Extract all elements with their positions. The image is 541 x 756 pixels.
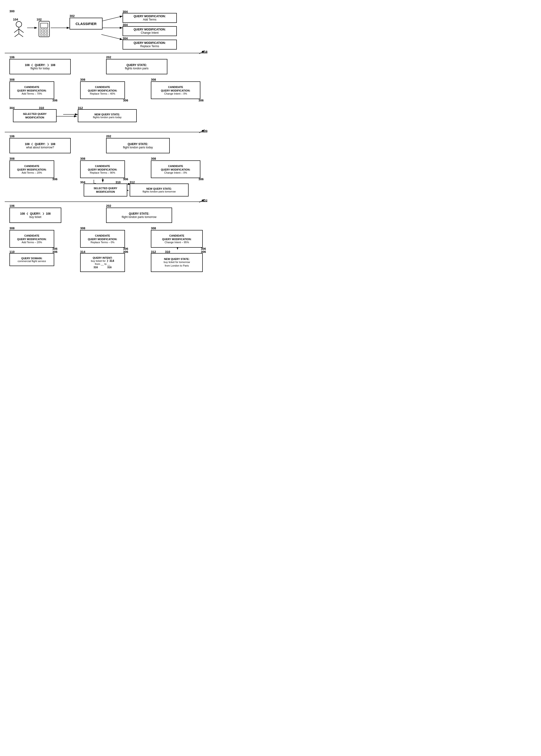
- query-state-box-s318: QUERY STATE: flights london paris: [106, 59, 167, 74]
- label-308-c3-s318: 308: [151, 78, 156, 81]
- selected-qm-box-s320: SELECTED QUERYMODIFICATION: [84, 184, 127, 196]
- new-title-s322: NEW QUERY STATE:: [164, 258, 190, 260]
- svg-line-25: [19, 34, 23, 37]
- cand2-box-s318: CANDIDATEQUERY MODIFICATION: Replace Ter…: [80, 81, 125, 99]
- bracket-left-icon: [31, 64, 33, 67]
- cand2-value-s322: Replace Terms – 0%: [91, 241, 114, 244]
- query-box-s318: 108 QUERY: 108 flights for today: [9, 59, 71, 74]
- dom-title-s322: QUERY DOMAIN:: [21, 257, 42, 260]
- state-title-s318: QUERY STATE:: [127, 63, 147, 67]
- label-306-c1-s320: 306: [52, 177, 58, 181]
- cand1-title-s318: CANDIDATEQUERY MODIFICATION:: [17, 85, 46, 92]
- cand3-title-s318: CANDIDATEQUERY MODIFICATION:: [161, 85, 190, 92]
- label-106-s320: 106: [9, 134, 15, 138]
- label-306-c3-s320: 306: [199, 177, 204, 181]
- cand1-title-s320: CANDIDATEQUERY MODIFICATION:: [17, 164, 46, 171]
- query-value-s318: flights for today: [30, 67, 50, 70]
- state-value-s320: flight london paris today: [123, 146, 153, 149]
- bracket-intent-right-icon: [106, 259, 109, 262]
- bracket-right-icon-s320: [47, 143, 50, 146]
- query-state-box-s320: QUERY STATE: flight london paris today: [106, 138, 170, 153]
- cand2-value-s320: Replace Terms – 90%: [90, 171, 115, 174]
- cand2-box-s320: CANDIDATEQUERY MODIFICATION: Replace Ter…: [80, 160, 125, 178]
- state-value-s318: flights london paris: [125, 67, 149, 70]
- label-322: 322: [202, 199, 208, 202]
- cand2-title-s318: CANDIDATEQUERY MODIFICATION:: [88, 85, 117, 92]
- query-title-s320: QUERY:: [35, 142, 45, 146]
- cand3-box-s322: CANDIDATEQUERY MODIFICATION: Change Inte…: [151, 230, 203, 248]
- cand2-title-s320: CANDIDATEQUERY MODIFICATION:: [88, 164, 117, 171]
- label-308-c1-s322: 308: [9, 226, 15, 230]
- qm3-title: QUERY MODIFICATION:: [134, 41, 166, 45]
- sel-title-s318: SELECTED QUERYMODIFICATION: [23, 112, 46, 119]
- query-label-108b-s322: 108: [46, 212, 51, 215]
- label-318: 318: [202, 50, 208, 54]
- arrow-cand3-new-s322: [176, 248, 180, 252]
- label-320: 320: [202, 129, 208, 133]
- svg-rect-32: [43, 31, 45, 33]
- query-title-s322: QUERY:: [30, 212, 41, 215]
- label-316a-s322: 316: [94, 266, 98, 269]
- label-300: 300: [9, 9, 15, 13]
- svg-line-22: [14, 29, 19, 33]
- new-qs-box-s320: NEW QUERY STATE: flights london paris to…: [130, 184, 189, 196]
- qm2-title: QUERY MODIFICATION:: [134, 28, 166, 31]
- query-domain-box-s322: QUERY DOMAIN: commercial flight service: [9, 253, 54, 266]
- label-202-s320: 202: [106, 134, 111, 138]
- qm1-desc: Add Terms: [143, 18, 156, 21]
- label-106-s318: 106: [9, 55, 15, 59]
- label-202-s318: 202: [106, 55, 111, 59]
- svg-rect-30: [46, 29, 48, 30]
- query-box-s322: 108 QUERY: 108 buy ticket: [9, 208, 61, 223]
- bracket-right-icon-s322: [42, 212, 45, 215]
- label-308-c2-s318: 308: [80, 78, 85, 81]
- cand3-box-s320: CANDIDATEQUERY MODIFICATION: Change Inte…: [151, 160, 200, 178]
- label-308-c2-s322: 308: [80, 226, 85, 230]
- selected-qm-box-s318: SELECTED QUERYMODIFICATION: [13, 109, 57, 122]
- new-title-s318: NEW QUERY STATE:: [95, 113, 120, 116]
- cand1-value-s320: Add Terms – 20%: [22, 171, 42, 174]
- new-value-s318: flights london paris today: [93, 116, 122, 119]
- intent-line1-s322: buy ticket for: [91, 259, 106, 262]
- svg-rect-36: [46, 34, 48, 36]
- cand3-value-s322: Change Intent – 95%: [165, 241, 189, 244]
- state-title-s322: QUERY STATE:: [129, 212, 150, 215]
- qm1-title: QUERY MODIFICATION:: [134, 15, 166, 18]
- new-value-s322: buy ticket for tomorrowfrom London to Pa…: [164, 260, 190, 268]
- query-state-box-s322: QUERY STATE: flight london paris tomorro…: [106, 208, 172, 223]
- svg-rect-33: [46, 31, 48, 33]
- svg-rect-35: [43, 34, 45, 36]
- cand3-title-s322: CANDIDATEQUERY MODIFICATION:: [162, 234, 192, 241]
- classifier-box: CLASSIFIER: [70, 18, 103, 29]
- label-306-c1-s318: 306: [52, 99, 58, 102]
- arrow-sel-new-s318: [56, 114, 80, 119]
- label-306-c2-s318: 306: [123, 99, 128, 102]
- query-label-108b-s320: 108: [51, 142, 55, 146]
- qm2-desc: Change Intent: [141, 31, 159, 34]
- query-box-s320: 108 QUERY: 108 what about tomorrow?: [9, 138, 71, 153]
- cand1-box-s320: CANDIDATEQUERY MODIFICATION: Add Terms –…: [9, 160, 54, 178]
- intent-title-s322: QUERY INTENT:: [93, 256, 113, 259]
- phone-icon: [38, 21, 51, 37]
- cand1-box-s322: CANDIDATEQUERY MODIFICATION: Add Terms –…: [9, 230, 54, 248]
- cand3-box-s318: CANDIDATEQUERY MODIFICATION: Change Inte…: [151, 81, 200, 99]
- cand1-value-s318: Add Terms – 70%: [22, 92, 42, 95]
- intent-line2-s322: from __ to __: [95, 263, 110, 265]
- query-intent-box-s322: QUERY INTENT: buy ticket for 314 from __…: [80, 253, 125, 272]
- svg-point-20: [16, 21, 22, 27]
- state-value-s322: flight london paris tomorrow: [122, 215, 156, 219]
- svg-rect-28: [41, 29, 42, 30]
- label-306-c2-s320: 306: [123, 177, 128, 181]
- label-308-c1-s318: 308: [9, 78, 15, 81]
- qm3-desc: Replace Terms: [140, 45, 159, 48]
- cand1-box-s318: CANDIDATEQUERY MODIFICATION: Add Terms –…: [9, 81, 54, 99]
- cand2-title-s322: CANDIDATEQUERY MODIFICATION:: [88, 234, 117, 241]
- query-label-108a-s318: 108: [25, 63, 29, 67]
- label-308-c3-s320: 308: [151, 157, 156, 160]
- svg-rect-29: [43, 29, 45, 30]
- new-value-s320: flights london paris tomorrow: [143, 190, 176, 193]
- cand1-value-s322: Add Terms – 20%: [22, 241, 42, 244]
- cand3-value-s318: Change Intent – 0%: [164, 92, 187, 95]
- query-value-s322: buy ticket: [29, 215, 42, 219]
- bracket-left-icon-s322: [26, 212, 29, 215]
